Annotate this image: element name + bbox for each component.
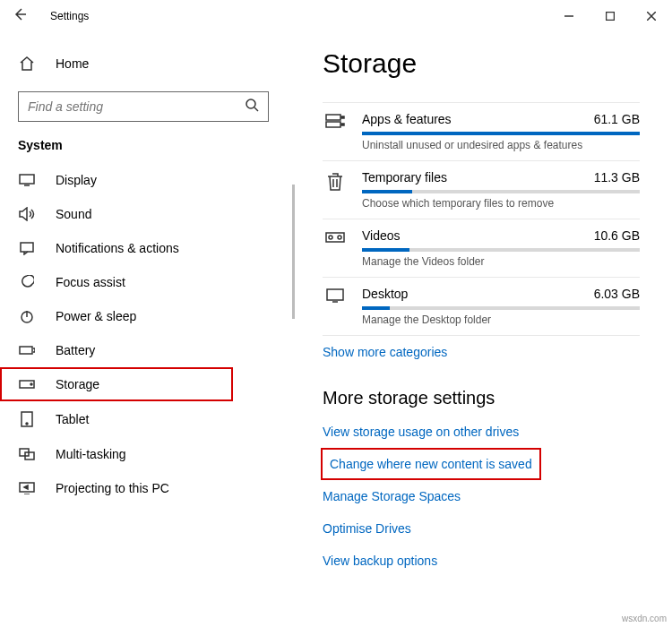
svg-rect-3 xyxy=(21,243,33,252)
storage-bar xyxy=(362,248,640,252)
sidebar-item-label: Home xyxy=(56,56,89,71)
svg-rect-13 xyxy=(326,115,340,120)
maximize-button[interactable] xyxy=(590,0,631,32)
battery-icon xyxy=(18,345,36,356)
trash-icon xyxy=(323,172,348,192)
sidebar-item-battery[interactable]: Battery xyxy=(0,333,287,367)
sidebar-item-label: Multi-tasking xyxy=(56,447,126,461)
svg-point-7 xyxy=(30,383,32,385)
search-input[interactable] xyxy=(18,91,269,122)
settings-link[interactable]: Manage Storage Spaces xyxy=(323,480,640,512)
sidebar-item-focus-assist[interactable]: Focus assist xyxy=(0,265,287,299)
sidebar-item-home[interactable]: Home xyxy=(0,48,287,79)
sidebar-item-label: Projecting to this PC xyxy=(56,481,169,495)
storage-item-size: 11.3 GB xyxy=(594,170,640,185)
storage-item-name: Apps & features xyxy=(362,112,452,126)
back-button[interactable] xyxy=(13,7,34,25)
storage-item[interactable]: Temporary files11.3 GBChoose which tempo… xyxy=(323,161,640,219)
storage-icon xyxy=(18,380,36,389)
page-title: Storage xyxy=(323,48,640,79)
focus-assist-icon xyxy=(18,275,36,289)
sound-icon xyxy=(18,207,36,221)
storage-bar xyxy=(362,306,640,310)
storage-item-name: Temporary files xyxy=(362,170,447,185)
storage-item[interactable]: Videos10.6 GBManage the Videos folder xyxy=(323,219,640,278)
svg-rect-0 xyxy=(607,13,615,21)
close-button[interactable] xyxy=(631,0,672,32)
tablet-icon xyxy=(18,411,36,427)
projecting-icon xyxy=(18,482,36,494)
sidebar-item-label: Battery xyxy=(56,343,95,357)
storage-bar xyxy=(362,190,640,193)
sidebar-item-label: Display xyxy=(56,173,97,187)
sidebar-item-sound[interactable]: Sound xyxy=(0,197,287,231)
more-settings-heading: More storage settings xyxy=(323,388,640,408)
sidebar-item-label: Power & sleep xyxy=(56,309,136,323)
svg-point-19 xyxy=(338,236,341,239)
storage-item-desc: Choose which temporary files to remove xyxy=(362,197,640,210)
svg-point-9 xyxy=(26,423,28,425)
apps-features-icon xyxy=(323,114,348,128)
notifications-icon xyxy=(18,241,36,255)
sidebar-item-multitasking[interactable]: Multi-tasking xyxy=(0,437,287,471)
storage-item[interactable]: Desktop6.03 GBManage the Desktop folder xyxy=(323,278,640,336)
power-icon xyxy=(18,309,36,323)
svg-rect-14 xyxy=(326,122,340,127)
section-label: System xyxy=(0,138,287,163)
scrollbar[interactable] xyxy=(292,185,295,319)
svg-rect-20 xyxy=(327,289,343,300)
settings-link[interactable]: Optimise Drives xyxy=(323,512,640,545)
svg-point-18 xyxy=(329,236,332,239)
settings-link[interactable]: View storage usage on other drives xyxy=(323,416,640,448)
storage-item-size: 61.1 GB xyxy=(594,112,640,126)
sidebar: Home System Display Sound Notifications … xyxy=(0,32,287,627)
sidebar-item-tablet[interactable]: Tablet xyxy=(0,401,287,437)
svg-rect-2 xyxy=(20,175,34,184)
watermark: wsxdn.com xyxy=(622,614,667,623)
storage-item-name: Desktop xyxy=(362,287,408,301)
storage-item-size: 10.6 GB xyxy=(594,228,640,243)
storage-item-name: Videos xyxy=(362,228,401,243)
search-field[interactable] xyxy=(28,99,245,114)
sidebar-item-notifications[interactable]: Notifications & actions xyxy=(0,231,287,265)
main-content: Storage Apps & features61.1 GBUninstall … xyxy=(287,32,672,627)
sidebar-item-power-sleep[interactable]: Power & sleep xyxy=(0,299,287,333)
storage-item-desc: Manage the Videos folder xyxy=(362,255,640,268)
storage-item[interactable]: Apps & features61.1 GBUninstall unused o… xyxy=(323,102,640,161)
desktop-icon xyxy=(323,288,348,303)
storage-item-size: 6.03 GB xyxy=(594,287,640,301)
storage-bar xyxy=(362,132,640,135)
sidebar-item-projecting[interactable]: Projecting to this PC xyxy=(0,471,287,505)
svg-rect-5 xyxy=(20,347,32,354)
settings-link[interactable]: View backup options xyxy=(323,545,640,577)
svg-point-1 xyxy=(246,99,255,108)
sidebar-item-display[interactable]: Display xyxy=(0,163,287,197)
video-icon xyxy=(323,230,348,245)
sidebar-item-storage[interactable]: Storage xyxy=(0,367,233,401)
multitasking-icon xyxy=(18,448,36,460)
sidebar-item-label: Sound xyxy=(56,207,91,221)
svg-rect-15 xyxy=(341,116,344,118)
settings-link[interactable]: Change where new content is saved xyxy=(323,450,539,478)
svg-rect-16 xyxy=(341,124,344,125)
sidebar-item-label: Notifications & actions xyxy=(56,241,179,255)
sidebar-item-label: Storage xyxy=(56,377,99,391)
sidebar-item-label: Tablet xyxy=(56,412,89,426)
show-more-link[interactable]: Show more categories xyxy=(323,336,640,368)
window-title: Settings xyxy=(50,10,89,22)
home-icon xyxy=(18,56,36,72)
minimize-button[interactable] xyxy=(548,0,590,32)
display-icon xyxy=(18,174,36,186)
storage-item-desc: Manage the Desktop folder xyxy=(362,314,640,326)
sidebar-item-label: Focus assist xyxy=(56,275,125,289)
search-icon xyxy=(245,98,259,116)
storage-item-desc: Uninstall unused or undesired apps & fea… xyxy=(362,139,640,151)
